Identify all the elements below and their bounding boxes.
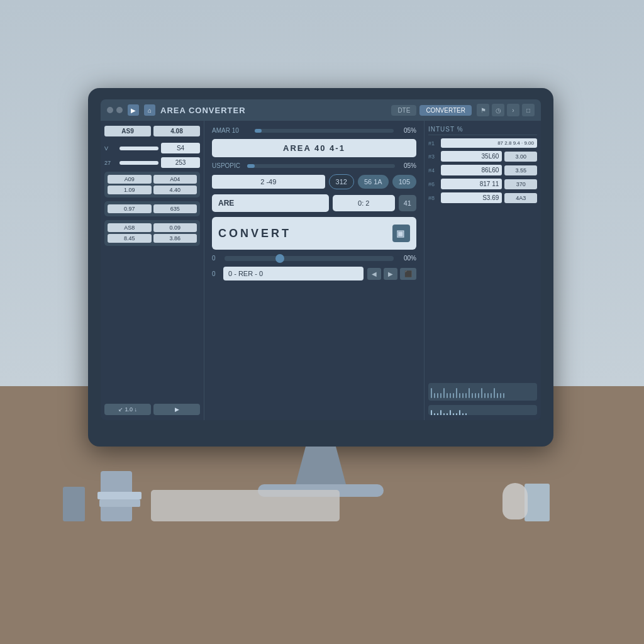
right-row-1: #3 35L60 3.00 — [428, 151, 537, 162]
row-cell-1a[interactable] — [119, 147, 158, 150]
left-btn-back[interactable]: ↙ 1.0 ↓ — [104, 404, 151, 415]
home-icon: ⌂ — [144, 104, 155, 116]
bottom-btn-stop[interactable]: ⬛ — [400, 268, 416, 280]
btn-flag[interactable]: ⚑ — [477, 104, 489, 116]
ruler-ticks-2 — [431, 405, 467, 415]
bottom-btn-back[interactable]: ◀ — [367, 268, 381, 280]
tab-bar: DTE CONVERTER — [391, 105, 472, 116]
ls-cell-5a: 8.45 — [108, 234, 152, 243]
left-btn-play[interactable]: ▶ — [153, 404, 200, 415]
app-icon: ▶ — [128, 104, 139, 116]
center-panel: AMAR 10 05% AREA 40 4-1 USPOPIC 05% — [204, 121, 425, 420]
center-input-1[interactable]: AREA 40 4-1 — [212, 139, 416, 157]
ls-cell-1a: A09 — [108, 175, 152, 184]
desk-item-cup-2 — [63, 487, 85, 521]
btn-chevron[interactable]: › — [507, 104, 519, 116]
ctrl-pill-2[interactable]: 56 1A — [358, 175, 389, 189]
row-cell-1b: S4 — [161, 143, 200, 153]
left-panel: AS9 4.08 V S4 27 253 — [101, 121, 204, 420]
right-row-4: #8 S3.69 4A3 — [428, 192, 537, 203]
t2-7 — [450, 410, 451, 415]
ls-row-4: AS8 0.09 — [108, 223, 197, 232]
ruler-area — [428, 383, 537, 401]
tick-24 — [503, 393, 504, 398]
ctrl-pill-1[interactable]: 312 — [329, 174, 354, 189]
area-unit[interactable]: 0: 2 — [333, 195, 395, 211]
t2-6 — [447, 413, 448, 415]
right-val-2: 86L60 — [441, 165, 502, 175]
ls-cell-4b: 0.09 — [153, 223, 197, 232]
tick-11 — [462, 393, 464, 398]
btn-close[interactable]: □ — [522, 104, 535, 116]
ruler-area-2 — [428, 405, 537, 415]
window-dots — [107, 107, 123, 113]
bottom-input[interactable]: 0 - RER - 0 — [223, 267, 364, 280]
dot-1 — [107, 107, 113, 113]
tick-9 — [456, 388, 457, 398]
left-section-2: 0.97 635 — [104, 201, 200, 216]
left-bottom-buttons: ↙ 1.0 ↓ ▶ — [104, 404, 200, 415]
left-row-2: 27 253 — [104, 157, 200, 168]
right-unit-2: 3.55 — [504, 165, 537, 175]
ls-cell-3b: 635 — [153, 204, 197, 213]
ctrl-input-text[interactable]: 2 -49 — [212, 175, 325, 189]
progress-row-1: AMAR 10 05% — [212, 127, 416, 134]
right-idx-2: #4 — [428, 167, 438, 174]
tick-15 — [475, 393, 476, 398]
tick-22 — [497, 393, 498, 398]
slider-track[interactable] — [225, 256, 394, 261]
right-val-4: S3.69 — [441, 192, 502, 203]
t2-2 — [434, 413, 435, 415]
ls-cell-2a: 1.09 — [108, 186, 152, 194]
bottom-btn-play[interactable]: ▶ — [384, 268, 397, 280]
btn-clock[interactable]: ◷ — [492, 104, 504, 116]
t2-10 — [459, 410, 460, 415]
t2-12 — [465, 413, 467, 415]
row-label-1: V — [104, 145, 117, 152]
slider-thumb[interactable] — [275, 254, 284, 263]
progress-val-1: 05% — [399, 127, 416, 134]
tick-13 — [469, 388, 470, 398]
unit-progress-fill — [247, 164, 255, 168]
bottom-input-row: 0 0 - RER - 0 ◀ ▶ ⬛ — [212, 267, 416, 280]
tick-2 — [434, 393, 435, 398]
monitor: ▶ ⌂ AREA CONVERTER DTE CONVERTER ⚑ ◷ › □ — [88, 88, 553, 447]
tab-converter[interactable]: CONVERTER — [419, 105, 472, 116]
ls-row-1: A09 A04 — [108, 175, 197, 184]
row-label-2: 27 — [104, 160, 117, 166]
area-row: ARE 0: 2 41 — [212, 194, 416, 212]
progress-fill-1 — [255, 129, 262, 133]
right-idx-3: #6 — [428, 181, 438, 187]
monitor-screen: ▶ ⌂ AREA CONVERTER DTE CONVERTER ⚑ ◷ › □ — [101, 99, 541, 420]
tick-1 — [431, 388, 432, 398]
right-unit-3: 370 — [504, 179, 537, 189]
t2-11 — [462, 413, 464, 415]
right-val-3: 817 11 — [441, 179, 502, 189]
convert-label: CONVERT — [218, 227, 291, 240]
convert-button[interactable]: CONVERT ▣ — [212, 217, 416, 250]
slider-label: 0 — [212, 255, 219, 262]
keyboard — [151, 490, 340, 521]
ls-row-2: 1.09 4.40 — [108, 186, 197, 194]
ls-cell-4a: AS8 — [108, 223, 152, 232]
dot-2 — [116, 107, 123, 113]
t2-9 — [456, 413, 457, 415]
left-header: AS9 4.08 — [104, 126, 200, 136]
row-cell-2a[interactable] — [119, 161, 158, 165]
lh-col2: 4.08 — [153, 126, 200, 136]
ctrl-pill-3[interactable]: 105 — [392, 175, 416, 189]
slider-row: 0 00% — [212, 255, 416, 262]
tick-17 — [481, 388, 482, 398]
ls-cell-1b: A04 — [153, 175, 197, 184]
ls-cell-3a: 0.97 — [108, 204, 152, 213]
right-unit-4: 4A3 — [504, 193, 537, 203]
t2-1 — [431, 410, 432, 415]
right-idx-0: #1 — [428, 140, 438, 147]
tick-16 — [478, 393, 479, 398]
tab-dte[interactable]: DTE — [391, 105, 416, 116]
bottom-label: 0 — [212, 270, 219, 277]
lh-col1: AS9 — [104, 126, 151, 136]
title-bar: ▶ ⌂ AREA CONVERTER DTE CONVERTER ⚑ ◷ › □ — [101, 99, 541, 121]
tick-6 — [447, 393, 448, 398]
area-input[interactable]: ARE — [212, 194, 329, 212]
